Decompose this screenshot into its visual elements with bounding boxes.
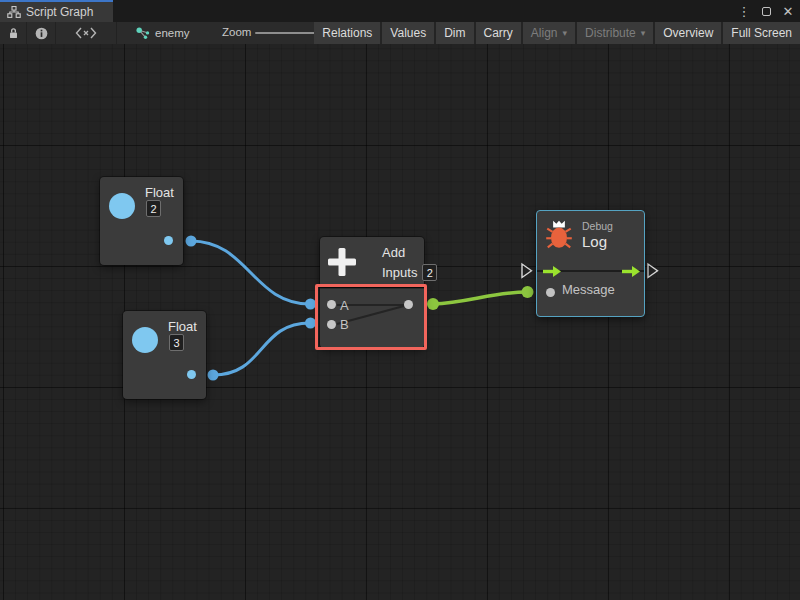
- wire-endpoint-dot[interactable]: [305, 318, 316, 329]
- graph-toolbar: enemy Zoom 1x Relations Values Dim Carry…: [0, 22, 800, 44]
- fullscreen-button[interactable]: Full Screen: [723, 22, 800, 44]
- float-value-input[interactable]: 2: [146, 200, 161, 217]
- wire-endpoint-dot[interactable]: [186, 236, 197, 247]
- graph-canvas[interactable]: Float 2 Float 3 Add Inputs 2: [0, 44, 800, 600]
- window-maximize-icon[interactable]: [758, 3, 774, 19]
- inputs-label: Inputs: [382, 265, 417, 280]
- tab-title: Script Graph: [26, 5, 93, 19]
- node-title: Float: [168, 319, 197, 334]
- output-port-dot[interactable]: [404, 300, 413, 309]
- wire-endpoint-dot[interactable]: [522, 286, 534, 298]
- lock-button[interactable]: [0, 22, 27, 44]
- input-port-b-dot[interactable]: [327, 320, 336, 329]
- code-toggle-button[interactable]: [56, 22, 117, 44]
- node-debug-log[interactable]: Debug Log Message: [536, 210, 645, 317]
- float-value-icon: [109, 193, 135, 219]
- node-title: Float: [145, 185, 174, 200]
- relations-button[interactable]: Relations: [314, 22, 380, 44]
- float-value-input[interactable]: 3: [169, 334, 184, 351]
- node-float-1[interactable]: Float 2: [100, 177, 183, 265]
- lock-icon: [8, 27, 19, 40]
- flow-out-arrow-icon[interactable]: [622, 265, 640, 278]
- node-title: Log: [582, 233, 607, 250]
- node-float-2[interactable]: Float 3: [123, 311, 206, 399]
- flow-in-triangle-port[interactable]: [522, 264, 532, 278]
- message-port-label: Message: [562, 282, 615, 297]
- flow-in-arrow-icon[interactable]: [543, 265, 561, 278]
- code-icon: [75, 27, 97, 39]
- zoom-label: Zoom: [222, 26, 251, 38]
- wire-endpoint-dot[interactable]: [305, 299, 316, 310]
- wire-add-to-debug-message[interactable]: [433, 292, 527, 304]
- graph-name-label: enemy: [155, 27, 190, 39]
- output-port-dot[interactable]: [164, 236, 173, 245]
- tab-script-graph[interactable]: Script Graph: [0, 0, 113, 22]
- relation-lines: [320, 289, 424, 349]
- node-add-ports[interactable]: A B: [320, 288, 424, 348]
- debug-bug-icon: [546, 218, 572, 250]
- wire-endpoint-dot[interactable]: [427, 298, 439, 310]
- graph-network-icon: [136, 27, 150, 39]
- message-port-dot[interactable]: [546, 288, 555, 297]
- script-graph-window: Script Graph ⋮ ✕: [0, 0, 800, 600]
- window-menu-icon[interactable]: ⋮: [736, 3, 752, 19]
- distribute-button[interactable]: Distribute: [577, 22, 653, 44]
- window-close-icon[interactable]: ✕: [780, 3, 796, 19]
- input-port-a-dot[interactable]: [327, 300, 336, 309]
- node-add-header[interactable]: Add Inputs 2: [320, 237, 424, 287]
- port-b-label: B: [340, 317, 349, 332]
- node-subtitle: Debug: [582, 220, 613, 232]
- graph-breadcrumb[interactable]: enemy: [136, 22, 190, 44]
- float-value-icon: [132, 327, 158, 353]
- info-icon: [35, 27, 48, 40]
- port-a-label: A: [340, 298, 349, 313]
- overview-button[interactable]: Overview: [655, 22, 721, 44]
- toolbar-buttons: Relations Values Dim Carry Align Distrib…: [314, 22, 800, 44]
- tab-bar: Script Graph ⋮ ✕: [0, 0, 800, 22]
- node-title: Add: [382, 245, 405, 260]
- info-button[interactable]: [27, 22, 56, 44]
- carry-button[interactable]: Carry: [476, 22, 521, 44]
- wire-endpoint-dot[interactable]: [208, 370, 219, 381]
- dim-button[interactable]: Dim: [436, 22, 473, 44]
- wire-float2-to-add-b[interactable]: [213, 323, 310, 375]
- graph-tab-icon: [7, 6, 21, 18]
- output-port-dot[interactable]: [187, 370, 196, 379]
- window-controls: ⋮ ✕: [736, 0, 796, 22]
- flow-out-triangle-port[interactable]: [648, 264, 658, 278]
- align-button[interactable]: Align: [523, 22, 575, 44]
- wire-float1-to-add-a[interactable]: [191, 241, 310, 304]
- values-button[interactable]: Values: [382, 22, 434, 44]
- plus-icon: [328, 248, 356, 276]
- inputs-count-input[interactable]: 2: [422, 264, 437, 281]
